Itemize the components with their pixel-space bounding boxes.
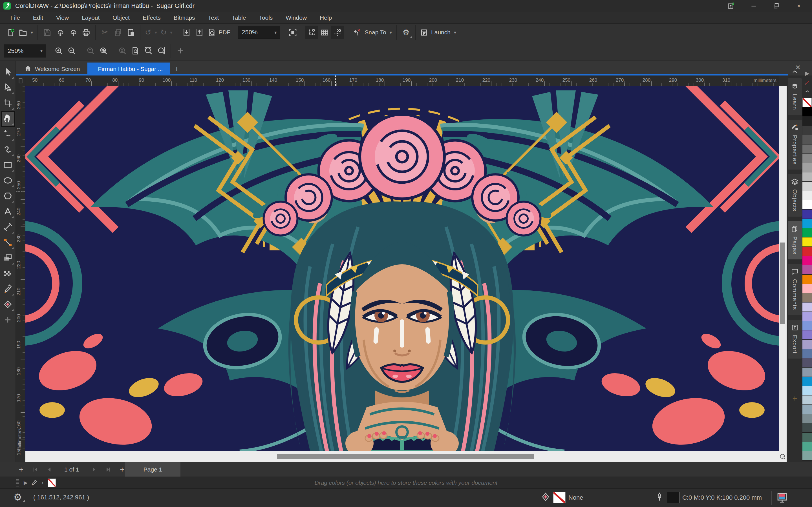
palette-swatch[interactable]	[802, 424, 812, 433]
rectangle-tool[interactable]	[1, 158, 15, 173]
menu-item[interactable]: Effects	[136, 12, 167, 23]
export-button[interactable]	[193, 25, 206, 39]
close-button[interactable]: ✕	[794, 1, 804, 11]
palette-swatch[interactable]	[802, 191, 812, 200]
palette-swatch[interactable]	[802, 172, 812, 182]
menu-item[interactable]: Object	[106, 12, 136, 23]
vertical-scrollbar-thumb[interactable]	[780, 242, 785, 324]
palette-swatch[interactable]	[802, 256, 812, 265]
shape-tool[interactable]	[1, 80, 15, 96]
show-rulers-button[interactable]	[305, 25, 318, 39]
menu-item[interactable]: Text	[202, 12, 225, 23]
snap-off-button[interactable]	[350, 25, 363, 39]
palette-eyedropper-icon[interactable]	[802, 78, 812, 87]
zoom-page-width-button[interactable]	[142, 44, 155, 58]
first-page-icon[interactable]	[28, 462, 42, 477]
ruler-origin-button[interactable]	[16, 75, 26, 86]
palette-swatch[interactable]	[802, 275, 812, 284]
dimension-tool[interactable]	[1, 220, 15, 235]
curve-tool[interactable]	[1, 127, 15, 142]
zoom-page-height-button[interactable]	[155, 44, 168, 58]
zoom-page-button[interactable]	[116, 44, 129, 58]
palette-swatch[interactable]	[802, 237, 812, 247]
menu-item[interactable]: View	[50, 12, 75, 23]
palette-swatch[interactable]	[802, 368, 812, 377]
horizontal-scrollbar-thumb[interactable]	[277, 454, 534, 459]
show-grid-button[interactable]	[318, 25, 331, 39]
cut-button[interactable]: ✂	[98, 25, 111, 39]
snap-to-dropdown[interactable]: Snap To	[363, 25, 394, 39]
save-to-cloud-button[interactable]	[66, 25, 80, 39]
open-from-cloud-button[interactable]	[54, 25, 66, 39]
palette-swatch[interactable]	[802, 302, 812, 312]
open-button[interactable]	[17, 25, 35, 39]
color-eyedropper-tool[interactable]	[1, 282, 15, 297]
zoom-all-objects-button[interactable]	[97, 44, 110, 58]
palette-flyout-icon[interactable]: ▶	[802, 69, 812, 78]
menu-item[interactable]: File	[4, 12, 27, 23]
drop-shadow-tool[interactable]	[1, 251, 15, 266]
tab-document[interactable]: Firman Hatibu - Sugar ...	[87, 62, 170, 75]
palette-swatch[interactable]	[802, 414, 812, 424]
new-document-button[interactable]	[4, 25, 17, 39]
transparency-tool[interactable]	[1, 266, 15, 282]
text-tool[interactable]	[1, 204, 15, 220]
outline-swatch[interactable]	[667, 492, 679, 503]
pick-tool[interactable]	[1, 65, 15, 80]
palette-swatch[interactable]	[802, 98, 812, 107]
palette-swatch[interactable]	[802, 340, 812, 349]
menu-item[interactable]: Bitmaps	[167, 12, 202, 23]
ellipse-tool[interactable]	[1, 173, 15, 189]
minimize-button[interactable]	[749, 1, 758, 11]
palette-swatch[interactable]	[802, 312, 812, 321]
menu-item[interactable]: Table	[225, 12, 252, 23]
palette-swatch[interactable]	[802, 451, 812, 460]
next-page-icon[interactable]	[87, 462, 101, 477]
undo-button[interactable]: ↺	[143, 25, 159, 39]
palette-swatch[interactable]	[802, 405, 812, 414]
palette-swatch[interactable]	[802, 126, 812, 135]
palette-swatch[interactable]	[802, 182, 812, 191]
palette-swatch[interactable]	[802, 135, 812, 145]
palette-swatch[interactable]	[802, 293, 812, 302]
zoom-selected-button[interactable]	[84, 44, 97, 58]
redo-button[interactable]: ↻	[159, 25, 174, 39]
menu-item[interactable]: Window	[279, 12, 313, 23]
zoom-to-page-button[interactable]	[129, 44, 142, 58]
paste-button[interactable]	[124, 25, 137, 39]
pan-tool[interactable]	[1, 111, 15, 127]
palette-swatch[interactable]	[802, 358, 812, 368]
previous-page-icon[interactable]	[42, 462, 56, 477]
horizontal-ruler[interactable]: 5060708090100110120130140150160170180190…	[26, 75, 779, 86]
fill-swatch[interactable]	[553, 492, 566, 503]
docker-tab-objects[interactable]: Objects	[788, 174, 802, 216]
interactive-fill-tool[interactable]	[1, 297, 15, 313]
palette-swatch[interactable]	[802, 154, 812, 163]
palette-swatch[interactable]	[802, 145, 812, 154]
docker-tab-learn[interactable]: Learn	[788, 78, 802, 115]
horizontal-scrollbar[interactable]	[26, 451, 779, 462]
page-tab[interactable]: Page 1	[125, 462, 181, 477]
restore-button[interactable]	[771, 1, 781, 11]
zoom-in-button[interactable]	[52, 44, 65, 58]
show-guidelines-button[interactable]	[331, 25, 344, 39]
collapse-dockers-icon[interactable]	[788, 68, 802, 76]
menu-item[interactable]: Help	[313, 12, 338, 23]
document-navigator-icon[interactable]	[779, 451, 786, 462]
docker-tab-export[interactable]: Export	[788, 320, 802, 359]
palette-swatch[interactable]	[802, 330, 812, 340]
palette-swatch[interactable]	[802, 117, 812, 126]
palette-swatch[interactable]	[802, 349, 812, 358]
zoom-out-button[interactable]	[65, 44, 78, 58]
publish-pdf-button[interactable]: PDF	[206, 25, 232, 39]
palette-swatch[interactable]	[802, 107, 812, 117]
palette-swatch[interactable]	[802, 210, 812, 219]
palette-swatch[interactable]	[802, 284, 812, 293]
add-page-button[interactable]: +	[14, 462, 28, 477]
menu-item[interactable]: Edit	[27, 12, 50, 23]
connector-tool[interactable]	[1, 235, 15, 251]
zoom-levels-combo[interactable]: 250%	[4, 45, 46, 57]
polygon-tool[interactable]	[1, 189, 15, 204]
status-settings-icon[interactable]: ⚙	[13, 492, 22, 503]
copy-button[interactable]	[111, 25, 124, 39]
